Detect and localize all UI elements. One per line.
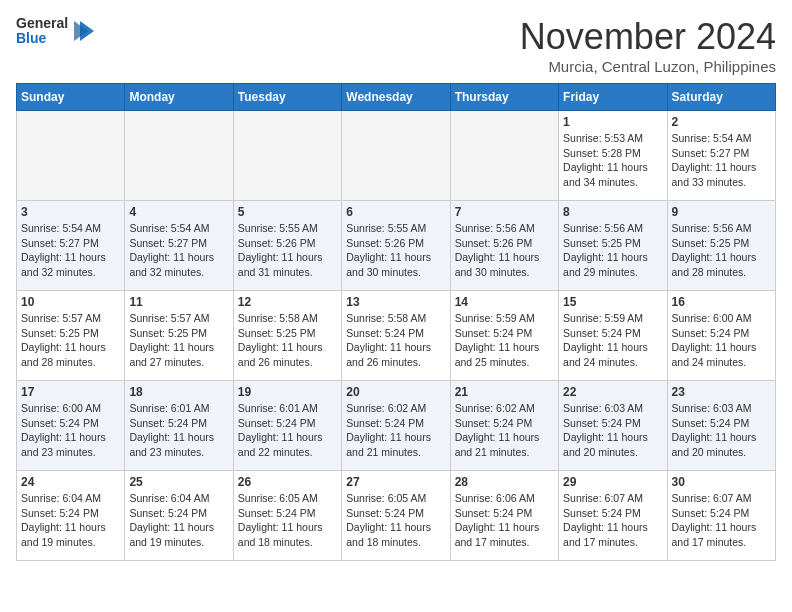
calendar-cell: 8Sunrise: 5:56 AMSunset: 5:25 PMDaylight…: [559, 201, 667, 291]
calendar-cell: 4Sunrise: 5:54 AMSunset: 5:27 PMDaylight…: [125, 201, 233, 291]
day-info: Sunrise: 5:54 AMSunset: 5:27 PMDaylight:…: [129, 221, 228, 280]
day-number: 13: [346, 295, 445, 309]
calendar-cell: 16Sunrise: 6:00 AMSunset: 5:24 PMDayligh…: [667, 291, 775, 381]
header-day: Friday: [559, 84, 667, 111]
logo-general-text: General: [16, 16, 68, 31]
day-info: Sunrise: 5:56 AMSunset: 5:25 PMDaylight:…: [563, 221, 662, 280]
day-info: Sunrise: 6:06 AMSunset: 5:24 PMDaylight:…: [455, 491, 554, 550]
calendar-cell: 17Sunrise: 6:00 AMSunset: 5:24 PMDayligh…: [17, 381, 125, 471]
calendar-cell: [17, 111, 125, 201]
day-number: 18: [129, 385, 228, 399]
day-number: 27: [346, 475, 445, 489]
day-info: Sunrise: 5:57 AMSunset: 5:25 PMDaylight:…: [129, 311, 228, 370]
day-number: 12: [238, 295, 337, 309]
day-number: 23: [672, 385, 771, 399]
calendar-cell: 13Sunrise: 5:58 AMSunset: 5:24 PMDayligh…: [342, 291, 450, 381]
calendar-week-row: 24Sunrise: 6:04 AMSunset: 5:24 PMDayligh…: [17, 471, 776, 561]
day-info: Sunrise: 6:05 AMSunset: 5:24 PMDaylight:…: [238, 491, 337, 550]
day-number: 22: [563, 385, 662, 399]
day-info: Sunrise: 5:59 AMSunset: 5:24 PMDaylight:…: [563, 311, 662, 370]
day-number: 20: [346, 385, 445, 399]
day-info: Sunrise: 6:04 AMSunset: 5:24 PMDaylight:…: [21, 491, 120, 550]
logo: General Blue: [16, 16, 98, 47]
header-day: Monday: [125, 84, 233, 111]
day-number: 26: [238, 475, 337, 489]
calendar-cell: 14Sunrise: 5:59 AMSunset: 5:24 PMDayligh…: [450, 291, 558, 381]
day-number: 11: [129, 295, 228, 309]
day-number: 6: [346, 205, 445, 219]
day-number: 9: [672, 205, 771, 219]
calendar-cell: 26Sunrise: 6:05 AMSunset: 5:24 PMDayligh…: [233, 471, 341, 561]
day-info: Sunrise: 6:04 AMSunset: 5:24 PMDaylight:…: [129, 491, 228, 550]
calendar-cell: 3Sunrise: 5:54 AMSunset: 5:27 PMDaylight…: [17, 201, 125, 291]
day-info: Sunrise: 5:54 AMSunset: 5:27 PMDaylight:…: [21, 221, 120, 280]
calendar-cell: 20Sunrise: 6:02 AMSunset: 5:24 PMDayligh…: [342, 381, 450, 471]
logo-blue-text: Blue: [16, 31, 68, 46]
calendar-cell: 5Sunrise: 5:55 AMSunset: 5:26 PMDaylight…: [233, 201, 341, 291]
header-day: Saturday: [667, 84, 775, 111]
calendar-cell: 2Sunrise: 5:54 AMSunset: 5:27 PMDaylight…: [667, 111, 775, 201]
day-info: Sunrise: 5:55 AMSunset: 5:26 PMDaylight:…: [238, 221, 337, 280]
calendar-cell: 11Sunrise: 5:57 AMSunset: 5:25 PMDayligh…: [125, 291, 233, 381]
day-number: 8: [563, 205, 662, 219]
day-info: Sunrise: 6:07 AMSunset: 5:24 PMDaylight:…: [563, 491, 662, 550]
calendar-cell: 7Sunrise: 5:56 AMSunset: 5:26 PMDaylight…: [450, 201, 558, 291]
calendar-cell: 24Sunrise: 6:04 AMSunset: 5:24 PMDayligh…: [17, 471, 125, 561]
header-day: Sunday: [17, 84, 125, 111]
calendar-week-row: 17Sunrise: 6:00 AMSunset: 5:24 PMDayligh…: [17, 381, 776, 471]
day-info: Sunrise: 6:02 AMSunset: 5:24 PMDaylight:…: [455, 401, 554, 460]
day-number: 2: [672, 115, 771, 129]
calendar-cell: [450, 111, 558, 201]
calendar-cell: 15Sunrise: 5:59 AMSunset: 5:24 PMDayligh…: [559, 291, 667, 381]
day-info: Sunrise: 6:03 AMSunset: 5:24 PMDaylight:…: [672, 401, 771, 460]
title-section: November 2024 Murcia, Central Luzon, Phi…: [520, 16, 776, 75]
logo-icon: [70, 17, 98, 45]
calendar-cell: 27Sunrise: 6:05 AMSunset: 5:24 PMDayligh…: [342, 471, 450, 561]
day-info: Sunrise: 5:56 AMSunset: 5:25 PMDaylight:…: [672, 221, 771, 280]
calendar-cell: 9Sunrise: 5:56 AMSunset: 5:25 PMDaylight…: [667, 201, 775, 291]
calendar-cell: 6Sunrise: 5:55 AMSunset: 5:26 PMDaylight…: [342, 201, 450, 291]
header-day: Tuesday: [233, 84, 341, 111]
calendar-cell: 21Sunrise: 6:02 AMSunset: 5:24 PMDayligh…: [450, 381, 558, 471]
day-number: 29: [563, 475, 662, 489]
header-day: Thursday: [450, 84, 558, 111]
calendar-cell: 12Sunrise: 5:58 AMSunset: 5:25 PMDayligh…: [233, 291, 341, 381]
page-header: General Blue November 2024 Murcia, Centr…: [16, 16, 776, 75]
day-info: Sunrise: 6:07 AMSunset: 5:24 PMDaylight:…: [672, 491, 771, 550]
day-info: Sunrise: 5:58 AMSunset: 5:24 PMDaylight:…: [346, 311, 445, 370]
calendar-cell: [342, 111, 450, 201]
day-info: Sunrise: 5:57 AMSunset: 5:25 PMDaylight:…: [21, 311, 120, 370]
calendar-cell: 19Sunrise: 6:01 AMSunset: 5:24 PMDayligh…: [233, 381, 341, 471]
day-number: 30: [672, 475, 771, 489]
day-number: 14: [455, 295, 554, 309]
calendar-week-row: 10Sunrise: 5:57 AMSunset: 5:25 PMDayligh…: [17, 291, 776, 381]
day-info: Sunrise: 5:58 AMSunset: 5:25 PMDaylight:…: [238, 311, 337, 370]
day-number: 17: [21, 385, 120, 399]
day-number: 4: [129, 205, 228, 219]
calendar-cell: 10Sunrise: 5:57 AMSunset: 5:25 PMDayligh…: [17, 291, 125, 381]
calendar-table: SundayMondayTuesdayWednesdayThursdayFrid…: [16, 83, 776, 561]
day-number: 10: [21, 295, 120, 309]
day-number: 19: [238, 385, 337, 399]
header-row: SundayMondayTuesdayWednesdayThursdayFrid…: [17, 84, 776, 111]
location: Murcia, Central Luzon, Philippines: [520, 58, 776, 75]
day-info: Sunrise: 5:59 AMSunset: 5:24 PMDaylight:…: [455, 311, 554, 370]
calendar-cell: 28Sunrise: 6:06 AMSunset: 5:24 PMDayligh…: [450, 471, 558, 561]
calendar-cell: 1Sunrise: 5:53 AMSunset: 5:28 PMDaylight…: [559, 111, 667, 201]
calendar-cell: 18Sunrise: 6:01 AMSunset: 5:24 PMDayligh…: [125, 381, 233, 471]
calendar-week-row: 3Sunrise: 5:54 AMSunset: 5:27 PMDaylight…: [17, 201, 776, 291]
day-info: Sunrise: 6:00 AMSunset: 5:24 PMDaylight:…: [672, 311, 771, 370]
calendar-cell: 22Sunrise: 6:03 AMSunset: 5:24 PMDayligh…: [559, 381, 667, 471]
day-number: 16: [672, 295, 771, 309]
day-info: Sunrise: 5:56 AMSunset: 5:26 PMDaylight:…: [455, 221, 554, 280]
calendar-cell: 23Sunrise: 6:03 AMSunset: 5:24 PMDayligh…: [667, 381, 775, 471]
calendar-cell: 25Sunrise: 6:04 AMSunset: 5:24 PMDayligh…: [125, 471, 233, 561]
day-number: 7: [455, 205, 554, 219]
day-number: 3: [21, 205, 120, 219]
day-info: Sunrise: 6:03 AMSunset: 5:24 PMDaylight:…: [563, 401, 662, 460]
day-number: 15: [563, 295, 662, 309]
calendar-cell: [233, 111, 341, 201]
day-info: Sunrise: 6:02 AMSunset: 5:24 PMDaylight:…: [346, 401, 445, 460]
day-info: Sunrise: 5:53 AMSunset: 5:28 PMDaylight:…: [563, 131, 662, 190]
day-number: 28: [455, 475, 554, 489]
